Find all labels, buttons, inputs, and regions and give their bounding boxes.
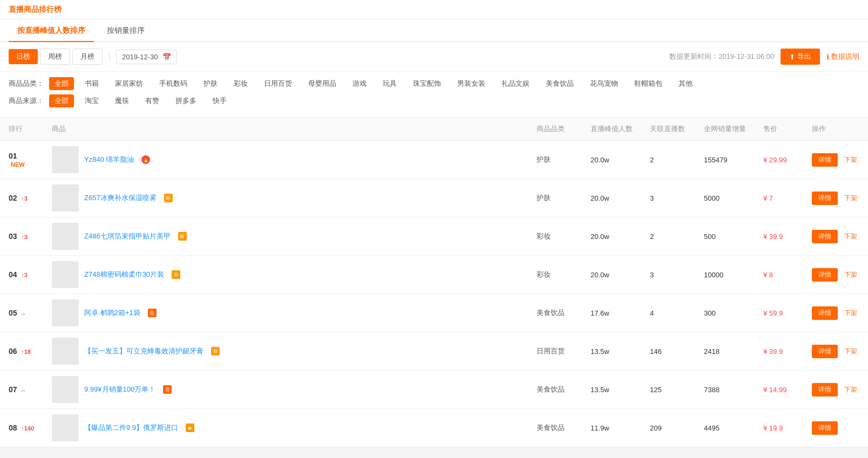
category-value: 护肤 [537,155,551,163]
rank-cell: 05 -- [0,294,43,332]
detail-button[interactable]: 详情 [812,192,838,205]
detail-button[interactable]: 详情 [812,345,838,358]
date-picker[interactable]: 2019-12-30 📅 [116,50,177,64]
category-tag-clothing[interactable]: 男装女装 [452,77,491,90]
product-name[interactable]: 9.99¥月销量100万单！ [84,385,155,394]
category-tag-skincare[interactable]: 护肤 [198,77,223,90]
category-tag-pets[interactable]: 花鸟宠物 [585,77,623,90]
product-image [52,146,79,173]
product-name[interactable]: Z486七琪箔束指甲贴片美甲 [84,231,171,241]
tab-peak-viewers[interactable]: 按直播峰值人数排序 [9,19,94,42]
price-cell: ¥ 29.99 [755,141,803,179]
unlist-button[interactable]: 下架 [844,383,857,397]
monthly-btn[interactable]: 月榜 [72,49,103,65]
product-name[interactable]: 【买一发五】可立克蜂毒效清护龈牙膏 [84,346,204,356]
detail-button[interactable]: 详情 [812,230,838,243]
category-tag-digital[interactable]: 手机数码 [154,77,193,90]
related-lives-value: 4 [650,309,654,317]
price-cell: ¥ 7 [755,179,803,217]
rank-number: 07 [9,385,17,394]
tab-navigation: 按直播峰值人数排序 按销量排序 [0,19,868,42]
toolbar-right: 数据更新时间：2019-12-31 06:00 ⬆ 导出 ℹ 数据说明 [669,49,859,65]
sales-increase-value: 155479 [704,156,727,164]
product-cell: Yz840 绵羊脂油 🔥 [43,141,528,179]
category-tag-all[interactable]: 全部 [49,77,74,90]
unlist-button[interactable]: 下架 [844,268,857,282]
category-tag-home[interactable]: 家居家纺 [110,77,148,90]
table-row: 06 ↑18 【买一发五】可立克蜂毒效清护龈牙膏 标 日用百货13.5w1462… [0,332,868,371]
table-row: 07 -- 9.99¥月销量100万单！ 音 美食饮品13.5w1257388¥… [0,371,868,409]
related-lives-value: 2 [650,156,654,164]
rank-badge: NEW [11,161,25,168]
unlist-button[interactable]: 下架 [844,230,857,243]
unlist-button[interactable]: 下架 [844,345,857,358]
peak-viewers-value: 20.0w [591,271,609,279]
sales-increase-value: 10000 [704,271,723,279]
unlist-button[interactable]: 下架 [844,192,857,205]
detail-button[interactable]: 详情 [812,306,838,320]
weekly-btn[interactable]: 周榜 [40,49,70,65]
category-tag-books[interactable]: 书籍 [79,77,104,90]
category-tag-toys[interactable]: 玩具 [377,77,402,90]
price-cell: ¥ 14.99 [755,371,803,409]
peak-viewers-cell: 20.0w [582,217,641,256]
category-tag-daily[interactable]: 日用百货 [259,77,297,90]
category-tag-shoes[interactable]: 鞋帽箱包 [629,77,668,90]
unlist-button[interactable]: 下架 [844,153,857,167]
tag-icon: 标 [178,232,187,241]
export-button[interactable]: ⬆ 导出 [781,49,820,65]
product-name[interactable]: 阿卓·鹌鹑2箱+1袋 [84,308,140,318]
source-tag-all[interactable]: 全部 [49,94,74,107]
related-lives-cell: 3 [641,256,695,294]
sales-increase-value: 7388 [704,386,720,394]
unlist-button[interactable]: 下架 [844,306,857,320]
th-actions: 操作 [803,118,868,141]
category-cell: 美食饮品 [528,294,582,332]
source-tag-youzan[interactable]: 有赞 [140,94,165,107]
detail-button[interactable]: 详情 [812,268,838,282]
price-value: ¥ 8 [763,271,773,279]
category-cell: 护肤 [528,141,582,179]
th-rank: 排行 [0,118,43,141]
product-name[interactable]: Z748棉密码棉柔巾30片装 [84,270,164,279]
sales-increase-cell: 300 [695,294,755,332]
source-tag-kuaishou[interactable]: 快手 [207,94,232,107]
category-tag-makeup[interactable]: 彩妆 [228,77,253,90]
category-tag-games[interactable]: 游戏 [347,77,372,90]
actions-cell: 详情 下架 [803,141,868,179]
category-tag-food[interactable]: 美食饮品 [540,77,579,90]
detail-button[interactable]: 详情 [812,153,838,167]
source-tag-pinduoduo[interactable]: 拼多多 [170,94,202,107]
daily-btn[interactable]: 日榜 [9,49,38,64]
category-tag-jewelry[interactable]: 珠宝配饰 [408,77,446,90]
peak-viewers-value: 20.0w [591,233,609,241]
price-value: ¥ 39.9 [763,347,783,356]
product-name[interactable]: Z657冰爽补水保湿喷雾 [84,193,157,203]
category-value: 彩妆 [537,232,551,240]
source-tag-taobao[interactable]: 淘宝 [79,94,104,107]
help-link[interactable]: ℹ 数据说明 [826,52,859,61]
sales-increase-value: 500 [704,233,716,241]
rank-cell: 07 -- [0,371,43,409]
product-name[interactable]: 【爆品第二件9.9】俄罗斯进口 [84,423,178,433]
rank-badge: ↑3 [21,272,28,278]
source-tag-mojuekuai[interactable]: 魔筷 [110,94,134,107]
detail-button[interactable]: 详情 [812,421,838,435]
rank-cell: 06 ↑18 [0,332,43,371]
sales-increase-value: 4495 [704,424,720,432]
tab-sales-volume[interactable]: 按销量排序 [98,19,153,41]
peak-viewers-value: 17.6w [591,309,609,317]
related-lives-value: 209 [650,424,662,432]
play-icon: ▶ [186,423,194,432]
category-cell: 彩妆 [528,256,582,294]
category-tag-baby[interactable]: 母婴用品 [303,77,342,90]
related-lives-value: 3 [650,271,654,279]
detail-button[interactable]: 详情 [812,383,838,397]
category-tag-other[interactable]: 其他 [673,77,698,90]
product-name[interactable]: Yz840 绵羊脂油 [84,155,134,165]
rank-number: 05 [9,309,17,317]
category-tag-gifts[interactable]: 礼品文娱 [496,77,535,90]
sales-increase-cell: 5000 [695,179,755,217]
category-cell: 日用百货 [528,332,582,371]
rank-cell: 02 ↑3 [0,179,43,217]
